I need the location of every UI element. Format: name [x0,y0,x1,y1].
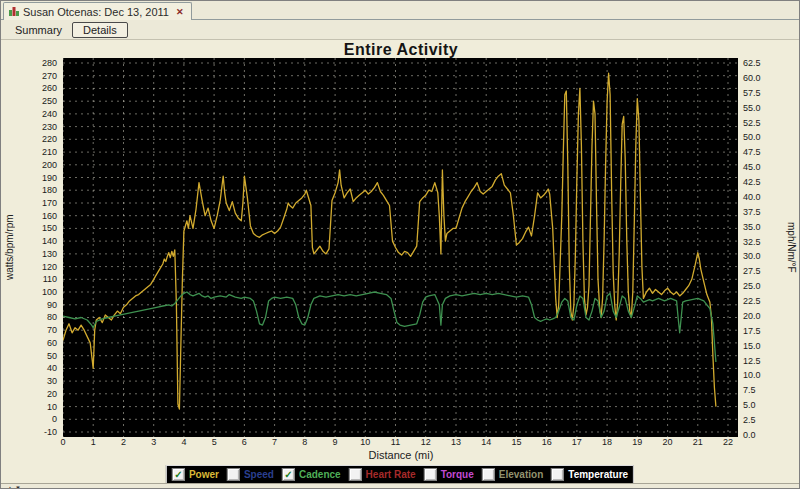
legend-checkbox-cadence[interactable]: ✓ [282,468,295,481]
tab-title: Susan Otcenas: Dec 13, 2011 [23,6,169,18]
axis-tick: 22.5 [743,297,761,306]
legend-label: Cadence [299,469,341,480]
axis-tick: 8 [291,438,319,447]
axis-tick: 4 [170,438,198,447]
axis-tick: 11 [382,438,410,447]
axis-tick: 42.5 [743,178,761,187]
axis-tick: 18 [593,438,621,447]
legend-label: Temperature [568,469,628,480]
axis-tick: 12.5 [743,357,761,366]
axis-tick: 35.0 [743,223,761,232]
legend-checkbox-heart-rate[interactable] [349,468,362,481]
view-toolbar: Summary Details [1,20,799,40]
axis-tick: 5 [200,438,228,447]
activity-chart-icon [9,6,19,18]
legend-label: Speed [244,469,274,480]
right-axis-label: mph/Nm/°F [785,58,798,437]
axis-tick: 1 [79,438,107,447]
chart-panel: Entire Activity 280270260250240230220210… [1,40,799,489]
chart-title: Entire Activity [63,41,739,59]
axis-tick: 19 [623,438,651,447]
legend-checkbox-torque[interactable] [424,468,437,481]
splitter-arrows-icon[interactable]: ▲▼ [7,485,23,489]
axis-tick: 12 [412,438,440,447]
axis-tick: 15 [502,438,530,447]
axis-tick: 20 [654,438,682,447]
axis-tick: 10.0 [743,371,761,380]
axis-tick: 52.5 [743,119,761,128]
legend-checkbox-elevation[interactable] [482,468,495,481]
legend-item-torque[interactable]: Torque [424,468,474,481]
axis-tick: 0.0 [743,431,756,440]
axis-tick: 5.0 [743,401,756,410]
axis-tick: 21 [684,438,712,447]
legend-item-heart-rate[interactable]: Heart Rate [349,468,416,481]
legend-checkbox-temperature[interactable] [551,468,564,481]
axis-tick: 2 [109,438,137,447]
splitter-up-arrow-icon[interactable]: ▲ [7,485,15,489]
left-axis-label: watts/bpm/rpm [3,58,16,437]
axis-tick: 30.0 [743,252,761,261]
tab-strip: Susan Otcenas: Dec 13, 2011 ✕ [1,1,799,20]
legend-item-temperature[interactable]: Temperature [551,468,628,481]
legend-checkbox-power[interactable]: ✓ [172,468,185,481]
x-axis-label: Distance (mi) [63,449,739,461]
axis-tick: 7.5 [743,386,756,395]
axis-tick: 3 [140,438,168,447]
axis-tick: 50.0 [743,133,761,142]
legend-checkbox-speed[interactable] [227,468,240,481]
axis-tick: 2.5 [743,416,756,425]
tab-close-icon[interactable]: ✕ [176,7,184,17]
chart-legend: ✓PowerSpeed✓CadenceHeart RateTorqueEleva… [166,465,634,484]
axis-tick: 62.5 [743,59,761,68]
right-axis-ticks: 62.560.057.555.052.550.047.545.042.540.0… [743,58,783,437]
axis-tick: 40.0 [743,193,761,202]
axis-tick: 32.5 [743,238,761,247]
axis-tick: 27.5 [743,267,761,276]
axis-tick: 9 [321,438,349,447]
details-tab[interactable]: Details [72,22,128,38]
legend-item-speed[interactable]: Speed [227,468,274,481]
legend-label: Heart Rate [366,469,416,480]
bottom-splitter-bar[interactable]: ▲▼ [1,483,799,489]
legend-item-power[interactable]: ✓Power [172,468,219,481]
axis-tick: 16 [533,438,561,447]
axis-tick: 57.5 [743,89,761,98]
summary-tab[interactable]: Summary [11,23,66,37]
legend-label: Torque [441,469,474,480]
axis-tick: 55.0 [743,104,761,113]
tab-susan-otcenas[interactable]: Susan Otcenas: Dec 13, 2011 ✕ [3,2,192,20]
axis-tick: 17.5 [743,327,761,336]
axis-tick: 60.0 [743,74,761,83]
axis-tick: 15.0 [743,342,761,351]
legend-label: Elevation [499,469,543,480]
axis-tick: 25.0 [743,282,761,291]
axis-tick: 0 [49,438,77,447]
splitter-down-arrow-icon[interactable]: ▼ [15,485,23,489]
legend-item-elevation[interactable]: Elevation [482,468,543,481]
axis-tick: 22 [714,438,742,447]
axis-tick: 47.5 [743,148,761,157]
axis-tick: 13 [442,438,470,447]
plot-area[interactable] [63,58,738,437]
axis-tick: 6 [230,438,258,447]
axis-tick: 7 [261,438,289,447]
axis-tick: 17 [563,438,591,447]
axis-tick: 14 [472,438,500,447]
legend-item-cadence[interactable]: ✓Cadence [282,468,341,481]
axis-tick: 20.0 [743,312,761,321]
activity-window: Susan Otcenas: Dec 13, 2011 ✕ Summary De… [0,0,800,489]
legend-label: Power [189,469,219,480]
axis-tick: 37.5 [743,208,761,217]
axis-tick: 45.0 [743,163,761,172]
axis-tick: 10 [351,438,379,447]
